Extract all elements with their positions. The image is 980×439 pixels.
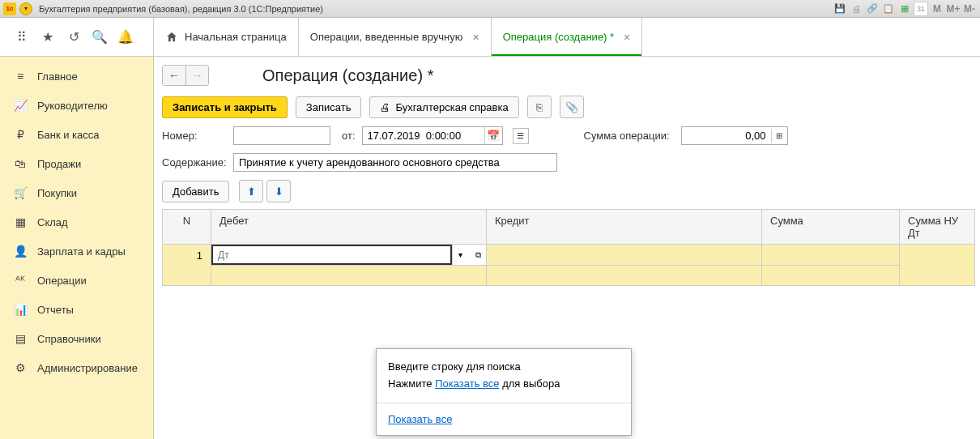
ruble-icon: ₽ [13,127,28,142]
calculator-icon[interactable]: ⊞ [771,129,787,143]
chart-icon: 📈 [13,98,28,113]
debit-subconto[interactable] [211,266,486,285]
sidebar: ≡Главное 📈Руководителю ₽Банк и касса 🛍Пр… [0,57,154,439]
show-all-link[interactable]: Показать все [388,413,452,425]
sidebar-item-directories[interactable]: ▤Справочники [0,324,153,353]
sidebar-item-operations[interactable]: ᴬᴷОперации [0,266,153,295]
window-title: Бухгалтерия предприятия (базовая), редак… [36,4,829,14]
close-icon[interactable]: × [624,31,630,44]
list-mode-button[interactable]: ☰ [513,128,529,144]
star-icon[interactable]: ★ [40,30,55,45]
debit-account-input[interactable] [211,245,452,265]
dropdown-icon[interactable]: ▾ [452,245,468,265]
grid-icon[interactable]: ▦ [897,2,912,16]
apps-icon[interactable]: ⠿ [15,30,29,45]
col-n: N [163,210,211,244]
calendar-icon[interactable]: 📅 [484,127,502,144]
show-all-link-inline[interactable]: Показать все [435,377,499,390]
sidebar-item-label: Склад [37,216,68,228]
titlebar: 1c ▾ Бухгалтерия предприятия (базовая), … [0,0,980,18]
sidebar-item-label: Продажи [37,158,81,170]
open-dialog-icon[interactable]: ⧉ [470,245,486,265]
from-label: от: [342,130,356,142]
sum-cell-2[interactable] [762,266,899,285]
tab-home[interactable]: Начальная страница [154,18,299,56]
gear-icon: ⚙ [13,360,28,375]
print-icon: 🖨 [380,101,390,113]
add-button[interactable]: Добавить [162,181,229,202]
sidebar-item-warehouse[interactable]: ▦Склад [0,207,153,237]
sum-label: Сумма операции: [584,130,670,142]
tab-home-label: Начальная страница [185,31,287,43]
col-credit: Кредит [487,210,762,244]
save-close-button[interactable]: Записать и закрыть [162,96,288,118]
nav-arrows: ← → [162,65,209,86]
sum-cell-1[interactable] [762,245,899,266]
link-icon[interactable]: 🔗 [865,2,880,16]
credit-subconto-cell[interactable] [487,266,761,285]
sum-input[interactable] [682,127,771,144]
close-icon[interactable]: × [473,31,479,44]
sidebar-item-hr[interactable]: 👤Зарплата и кадры [0,237,153,266]
sidebar-item-label: Банк и касса [37,129,100,141]
date-input[interactable] [363,127,484,144]
bell-icon[interactable]: 🔔 [118,30,133,45]
credit-account-cell[interactable] [487,245,761,266]
tab-label: Операция (создание) * [503,31,614,43]
popup-hint-2: Нажмите Показать все для выбора [388,376,620,393]
m-minus-button[interactable]: M- [962,2,977,16]
tab-operations-list[interactable]: Операции, введенные вручную × [299,18,492,56]
acct-report-label: Бухгалтерская справка [395,101,508,113]
main-content: ← → Операция (создание) * Записать и зак… [154,57,980,439]
popup-hint-1: Введите строку для поиска [388,359,620,376]
sumnu-cell[interactable] [900,245,974,285]
print-icon[interactable]: 🖨 [849,2,863,16]
search-popup: Введите строку для поиска Нажмите Показа… [376,348,632,436]
top-nav: ⠿ ★ ↺ 🔍 🔔 Начальная страница Операции, в… [0,18,980,57]
back-button[interactable]: ← [163,66,185,85]
sidebar-item-main[interactable]: ≡Главное [0,62,153,91]
col-sumnu: Сумма НУ Дт [900,210,974,244]
sidebar-item-label: Операции [37,275,87,287]
content-input[interactable] [233,153,557,172]
boxes-icon: ▦ [13,215,28,229]
book-icon: ▤ [13,331,28,346]
sidebar-item-label: Покупки [37,187,77,199]
journal-icon: ᴬᴷ [13,273,28,288]
bag-icon: 🛍 [13,156,28,171]
clipboard-icon[interactable]: 📋 [881,2,896,16]
content-label: Содержание: [162,156,227,168]
forward-button[interactable]: → [185,66,208,85]
sidebar-item-purchases[interactable]: 🛒Покупки [0,178,153,207]
titlebar-dropdown-button[interactable]: ▾ [19,2,32,15]
number-label: Номер: [162,130,227,142]
calendar-icon[interactable]: 31 [914,2,928,16]
attach-button[interactable]: 📎 [560,96,584,118]
app-icon: 1c [3,2,16,15]
link-tree-button[interactable]: ⎘ [527,96,552,118]
tab-operation-create[interactable]: Операция (создание) * × [492,18,643,56]
number-input[interactable] [233,126,330,145]
sidebar-item-reports[interactable]: 📊Отчеты [0,295,153,324]
acct-report-button[interactable]: 🖨 Бухгалтерская справка [369,96,518,118]
history-icon[interactable]: ↺ [66,30,81,45]
move-down-button[interactable]: ⬇ [266,180,291,202]
m-button[interactable]: M [930,2,944,16]
search-icon[interactable]: 🔍 [92,30,107,45]
sidebar-item-manager[interactable]: 📈Руководителю [0,91,153,120]
sidebar-item-label: Отчеты [37,304,74,316]
sidebar-item-admin[interactable]: ⚙Администрирование [0,353,153,382]
col-debit: Дебет [211,210,487,244]
move-up-button[interactable]: ⬆ [239,180,263,202]
save-icon[interactable]: 💾 [833,2,847,16]
bar-chart-icon: 📊 [13,302,28,317]
sidebar-item-bank[interactable]: ₽Банк и касса [0,120,153,149]
sidebar-item-label: Администрирование [37,362,138,374]
tab-label: Операции, введенные вручную [310,31,463,43]
person-icon: 👤 [13,244,28,258]
home-icon [165,31,178,44]
m-plus-button[interactable]: M+ [946,2,961,16]
save-button[interactable]: Записать [296,96,362,118]
sidebar-item-sales[interactable]: 🛍Продажи [0,149,153,178]
sidebar-item-label: Главное [37,70,78,83]
